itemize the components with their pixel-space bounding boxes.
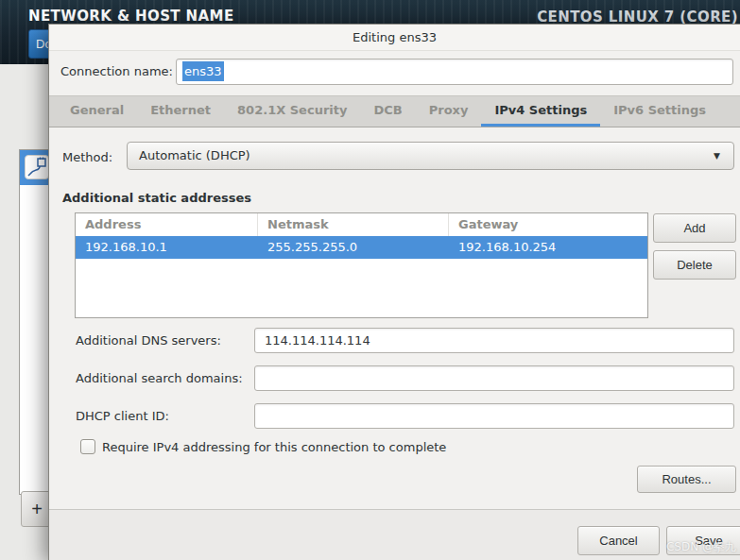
search-domains-input[interactable]: [254, 365, 734, 391]
require-ipv4-checkbox[interactable]: [80, 439, 95, 454]
edit-connection-dialog: Editing ens33 Connection name: ens33 Gen…: [48, 24, 740, 560]
cell-gateway: 192.168.10.254: [449, 236, 647, 259]
column-header-gateway[interactable]: Gateway: [449, 213, 647, 236]
save-button[interactable]: Save: [666, 526, 740, 555]
chevron-down-icon: ▼: [714, 143, 720, 169]
connection-name-value: ens33: [182, 61, 224, 81]
dialog-title: Editing ens33: [49, 25, 740, 51]
tab-general[interactable]: General: [57, 96, 137, 127]
method-value: Automatic (DHCP): [139, 148, 250, 162]
page-title: NETWORK & HOST NAME: [28, 8, 234, 25]
cell-netmask: 255.255.255.0: [258, 236, 449, 259]
tab-8021x-security[interactable]: 802.1X Security: [224, 96, 360, 127]
dns-servers-label: Additional DNS servers:: [76, 333, 221, 348]
addresses-table-header: Address Netmask Gateway: [76, 213, 647, 236]
delete-button[interactable]: Delete: [653, 250, 736, 280]
require-ipv4-label: Require IPv4 addressing for this connect…: [102, 440, 446, 454]
cancel-button[interactable]: Cancel: [577, 526, 660, 555]
column-header-netmask[interactable]: Netmask: [258, 213, 449, 236]
tab-ethernet[interactable]: Ethernet: [137, 96, 224, 127]
search-domains-label: Additional search domains:: [76, 371, 243, 385]
column-header-address[interactable]: Address: [76, 213, 258, 236]
routes-button[interactable]: Routes...: [637, 466, 736, 493]
dialog-footer: Cancel Save: [49, 509, 740, 560]
dhcp-client-id-input[interactable]: [254, 403, 734, 429]
tab-proxy[interactable]: Proxy: [416, 96, 482, 127]
cell-address: 192.168.10.1: [76, 236, 258, 259]
settings-tabbar: General Ethernet 802.1X Security DCB Pro…: [49, 95, 740, 127]
add-button[interactable]: Add: [653, 213, 736, 243]
tab-dcb[interactable]: DCB: [360, 96, 415, 127]
ethernet-icon: [25, 155, 49, 179]
tab-ipv4-settings[interactable]: IPv4 Settings: [481, 96, 600, 127]
method-label: Method:: [62, 150, 112, 164]
connection-name-label: Connection name:: [60, 64, 173, 78]
dns-servers-input[interactable]: [254, 328, 734, 353]
addresses-table[interactable]: Address Netmask Gateway 192.168.10.1 255…: [75, 212, 648, 318]
static-addresses-title: Additional static addresses: [62, 191, 251, 205]
dhcp-client-id-label: DHCP client ID:: [76, 409, 169, 423]
connection-name-input[interactable]: ens33: [176, 59, 733, 85]
method-dropdown[interactable]: Automatic (DHCP) ▼: [127, 142, 734, 170]
network-screen-background: + Host: [0, 64, 48, 560]
tab-ipv6-settings[interactable]: IPv6 Settings: [600, 96, 719, 127]
table-row[interactable]: 192.168.10.1 255.255.255.0 192.168.10.25…: [76, 236, 647, 259]
